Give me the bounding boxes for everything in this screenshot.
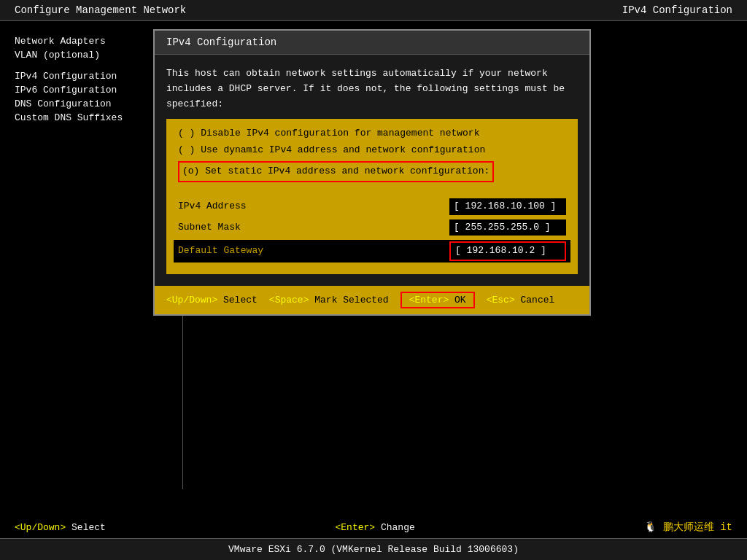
field-label-ipv4: IPv4 Address (178, 199, 338, 214)
select-label-bottom: Select (71, 522, 106, 533)
modal-actions: <Up/Down> Select <Space> Mark Selected <… (155, 286, 589, 314)
updown-key-bottom: <Up/Down> (15, 522, 66, 533)
menu-item-ipv4[interactable]: IPv4 Configuration (15, 71, 160, 82)
menu-item-dns[interactable]: DNS Configuration (15, 98, 160, 109)
modal-options: ( ) Disable IPv4 configuration for manag… (166, 119, 578, 190)
option-static[interactable]: (o) Set static IPv4 address and network … (178, 161, 494, 182)
option-disable[interactable]: ( ) Disable IPv4 configuration for manag… (178, 126, 566, 141)
updown-key: <Up/Down> Select (166, 295, 258, 306)
field-row-subnet: Subnet Mask [ 255.255.255.0 ] (178, 219, 566, 236)
fields-section: IPv4 Address [ 192.168.10.100 ] Subnet M… (166, 191, 578, 274)
menu-item-network-adapters[interactable]: Network Adapters (15, 36, 160, 47)
esxi-version: VMware ESXi 6.7.0 (VMKernel Release Buil… (228, 544, 519, 555)
option-static-wrapper: (o) Set static IPv4 address and network … (178, 160, 566, 184)
gateway-input[interactable]: [ 192.168.10.2 ] (449, 241, 566, 261)
change-label-bottom: Change (381, 522, 415, 533)
modal-title: IPv4 Configuration (155, 31, 589, 55)
bottom-bar-nav: <Up/Down> Select <Enter> Change 🐧 鹏大师运维 … (0, 516, 747, 538)
menu-item-ipv6[interactable]: IPv6 Configuration (15, 85, 160, 96)
option-dynamic[interactable]: ( ) Use dynamic IPv4 address and network… (178, 143, 566, 158)
menu-item-custom-dns[interactable]: Custom DNS Suffixes (15, 112, 160, 123)
field-label-gateway: Default Gateway (178, 244, 338, 259)
left-panel: Network Adapters VLAN (optional) IPv4 Co… (15, 36, 175, 489)
enter-key-bottom: <Enter> (336, 522, 376, 533)
modal-body: This host can obtain network settings au… (155, 55, 589, 286)
top-bar: Configure Management Network IPv4 Config… (0, 0, 747, 21)
bottom-status-bar: VMware ESXi 6.7.0 (VMKernel Release Buil… (0, 538, 747, 560)
field-row-ipv4: IPv4 Address [ 192.168.10.100 ] (178, 198, 566, 215)
field-value-subnet: [ 255.255.255.0 ] (338, 219, 566, 236)
ipv4-input[interactable]: [ 192.168.10.100 ] (449, 198, 566, 215)
menu-item-vlan[interactable]: VLAN (optional) (15, 50, 160, 61)
enter-ok-btn[interactable]: <Enter> OK (400, 292, 475, 308)
space-key: <Space> Mark Selected (269, 295, 389, 306)
top-bar-right: IPv4 Configuration (622, 4, 732, 16)
esc-cancel[interactable]: <Esc> Cancel (487, 295, 555, 306)
field-value-gateway: [ 192.168.10.2 ] (338, 241, 566, 261)
bottom-nav-left: <Up/Down> Select (15, 522, 106, 533)
top-bar-left: Configure Management Network (15, 4, 186, 16)
subnet-input[interactable]: [ 255.255.255.0 ] (449, 219, 566, 236)
modal-dialog: IPv4 Configuration This host can obtain … (153, 29, 591, 316)
field-value-ipv4: [ 192.168.10.100 ] (338, 198, 566, 215)
bottom-nav-center: <Enter> Change (336, 522, 415, 533)
watermark: 🐧 鹏大师运维 it (644, 521, 732, 534)
field-label-subnet: Subnet Mask (178, 220, 338, 236)
field-row-gateway: Default Gateway [ 192.168.10.2 ] (174, 240, 570, 262)
